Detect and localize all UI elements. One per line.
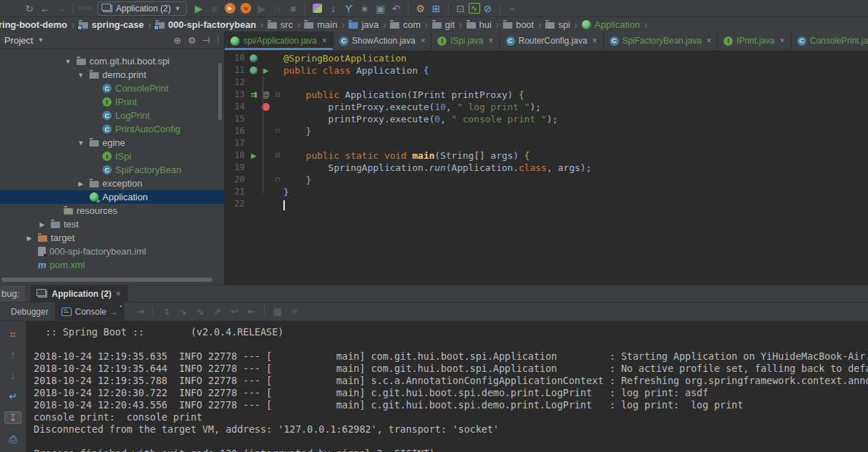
debug-button[interactable]: ж	[207, 1, 223, 16]
settings-icon[interactable]: ⚙	[413, 1, 429, 16]
run-config-select[interactable]: Application (2) ▼	[97, 1, 187, 16]
commit-icon[interactable]: ∗	[357, 1, 373, 16]
monitor-icon[interactable]: ∿	[469, 3, 480, 14]
update-project-icon[interactable]: ↓	[326, 1, 341, 16]
tree-item-LogPrint[interactable]: CLogPrint	[0, 109, 224, 122]
layout-settings-icon[interactable]: ≡	[286, 304, 303, 320]
back-icon[interactable]: ←	[37, 1, 53, 16]
down-stack-icon[interactable]: ↓	[6, 370, 20, 381]
breadcrumb-item-com[interactable]: com	[389, 19, 422, 30]
print-icon[interactable]: ⎙	[6, 433, 20, 446]
force-step-into-icon[interactable]: ⇘	[192, 304, 209, 320]
tree-item-target[interactable]: ▶target	[0, 231, 224, 245]
debug-session-tab[interactable]: Application (2) ×	[31, 285, 127, 302]
drop-frame-icon[interactable]: ↩	[226, 304, 243, 320]
fold-marker[interactable]: ⊟	[272, 89, 283, 101]
close-icon[interactable]: ×	[593, 36, 598, 46]
close-icon[interactable]: ×	[322, 36, 327, 46]
tree-item-ConsolePrint[interactable]: CConsolePrint	[0, 82, 224, 95]
tree-item-pom.xml[interactable]: mpom.xml	[0, 258, 224, 272]
tab-spi/Application.java[interactable]: spi/Application.java×	[225, 31, 333, 50]
tree-item-PrintAutoConfig[interactable]: CPrintAutoConfig	[0, 122, 224, 136]
close-icon[interactable]: ×	[706, 36, 711, 46]
forward-icon[interactable]: →	[53, 1, 69, 16]
run-coverage-button[interactable]: ▶	[223, 1, 238, 16]
sync-icon[interactable]: ↻	[21, 1, 37, 16]
tab-ShowAction.java[interactable]: CShowAction.java×	[333, 31, 432, 50]
tree-item-resources[interactable]: resources	[0, 204, 224, 217]
console-output[interactable]: :: Spring Boot :: (v2.0.4.RELEASE) 2018-…	[26, 321, 868, 452]
line-number: 12	[225, 77, 248, 89]
fold-marker[interactable]: ⊟	[272, 149, 283, 162]
stop-button[interactable]: ■	[286, 1, 301, 16]
tree-item-demo.print[interactable]: ▼demo.print	[0, 68, 224, 82]
tab-SpiFactoryBean.java[interactable]: CSpiFactoryBean.java×	[604, 31, 718, 50]
run-line-icon[interactable]: ▶	[263, 64, 269, 77]
tab-RouterConfig.java[interactable]: CRouterConfig.java×	[500, 31, 604, 50]
profiler-button[interactable]: ж	[238, 1, 254, 16]
breadcrumb-item-java[interactable]: java	[347, 19, 380, 30]
up-stack-icon[interactable]: ↑	[6, 349, 20, 360]
tab-console[interactable]: Console →	[55, 303, 125, 320]
project-vscrollbar[interactable]	[218, 63, 222, 120]
run-dotted-icon[interactable]: ▶	[254, 1, 270, 16]
settings-gear-icon[interactable]: ⚙	[185, 35, 199, 46]
save-all-icon[interactable]: ⊡	[453, 1, 469, 16]
tree-item-com.git.hui.boot.spi[interactable]: ▼com.git.hui.boot.spi	[0, 54, 224, 68]
step-out-icon[interactable]: ↗	[209, 304, 226, 320]
tree-item-exception[interactable]: ▶exception	[0, 177, 224, 190]
code-editor[interactable]: 10@SpringBootApplication11▶public class …	[225, 51, 868, 210]
lamp-icon[interactable]: ⌁	[504, 1, 520, 16]
tree-item-test[interactable]: ▶test	[0, 217, 224, 231]
close-icon[interactable]: ×	[489, 36, 494, 46]
tree-item-000-spi-factorybean.iml[interactable]: 000-spi-factorybean.iml	[0, 245, 224, 258]
tree-item-ISpi[interactable]: IISpi	[0, 149, 224, 163]
show-execution-point-icon[interactable]: ⇥	[132, 304, 149, 320]
breadcrumb-item-spi[interactable]: spi	[544, 19, 572, 30]
close-icon[interactable]: ×	[420, 36, 425, 46]
run-to-cursor-icon[interactable]: ⇤	[243, 304, 260, 320]
line-numbers-icon[interactable]: 10 01	[77, 1, 93, 16]
breadcrumb-item-hui[interactable]: hui	[465, 19, 493, 30]
breadcrumb-item-ring-boot-demo[interactable]: ring-boot-demo	[0, 19, 69, 30]
run-button[interactable]: ▶	[191, 1, 207, 16]
tab-ISpi.java[interactable]: IISpi.java×	[431, 31, 499, 50]
breadcrumb-item-spring-case[interactable]: spring-case	[77, 19, 145, 30]
close-icon[interactable]: ×	[116, 289, 121, 299]
tab-debugger[interactable]: Debugger	[4, 303, 55, 320]
rerun-icon[interactable]: ⠶	[6, 328, 20, 340]
evaluate-expression-icon[interactable]: ▦	[269, 304, 286, 320]
power-save-icon[interactable]: ⊘	[480, 1, 496, 16]
vcs-branch-icon[interactable]: ϒ	[341, 1, 357, 16]
tree-item-egine[interactable]: ▼egine	[0, 136, 224, 149]
project-structure-icon[interactable]: ⊞	[429, 1, 444, 16]
tree-item-label: PrintAutoConfig	[115, 124, 180, 134]
breadcrumb-item-Application[interactable]: Application	[580, 19, 642, 30]
fold-marker[interactable]: ⊓	[272, 125, 283, 137]
breadcrumb-item-git[interactable]: git	[431, 19, 457, 30]
tab-ConsolePrint.java[interactable]: CConsolePrint.java×	[791, 31, 868, 50]
tree-item-IPrint[interactable]: IIPrint	[0, 95, 224, 109]
profiler-disabled-icon[interactable]: ∩	[270, 1, 286, 16]
avd-manager-icon[interactable]	[310, 1, 326, 16]
scroll-to-end-icon[interactable]: ↧	[4, 411, 21, 424]
tree-item-Application[interactable]: Application	[0, 190, 224, 204]
tree-item-SpiFactoryBean[interactable]: CSpiFactoryBean	[0, 163, 224, 177]
close-icon[interactable]: ×	[780, 36, 785, 46]
run-line-icon[interactable]: ▶	[251, 149, 257, 162]
breadcrumb-item-boot[interactable]: boot	[502, 19, 535, 30]
fold-marker[interactable]: ⊓	[272, 174, 283, 186]
breadcrumb-item-src[interactable]: src	[266, 19, 294, 30]
tab-IPrint.java[interactable]: IIPrint.java×	[718, 31, 791, 50]
breadcrumb-item-main[interactable]: main	[303, 19, 338, 30]
scroll-from-source-icon[interactable]: ⊕	[170, 35, 185, 46]
project-hscrollbar[interactable]	[1, 277, 213, 282]
step-into-icon[interactable]: ↘	[175, 304, 192, 320]
step-over-icon[interactable]: ↴	[157, 304, 175, 320]
breadcrumb-item-000-spi-factorybean[interactable]: 000-spi-factorybean	[154, 19, 258, 30]
soft-wrap-icon[interactable]: ↵	[6, 390, 20, 402]
project-panel-title[interactable]: Project	[4, 35, 33, 46]
window-restore-icon[interactable]: ▣	[373, 1, 389, 16]
hide-panel-icon[interactable]: ⊣	[199, 35, 213, 46]
undo-icon[interactable]: ↶	[389, 1, 404, 16]
